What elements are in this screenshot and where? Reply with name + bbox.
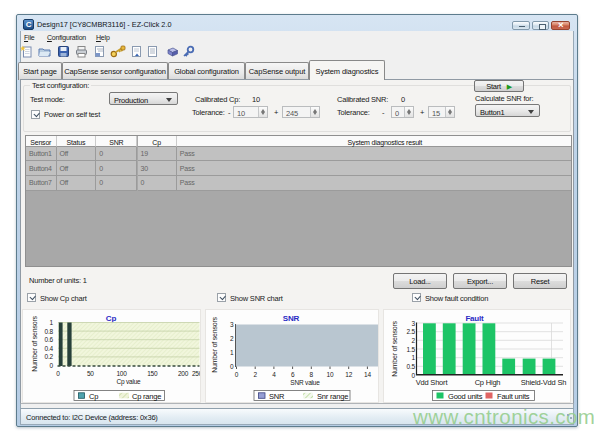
svg-text:3: 3 (230, 321, 234, 328)
svg-text:0.4: 0.4 (45, 345, 54, 352)
svg-text:0: 0 (235, 371, 239, 378)
svg-text:SNR value: SNR value (290, 379, 320, 386)
svg-text:2: 2 (253, 371, 257, 378)
svg-text:Cp High: Cp High (475, 378, 501, 387)
svg-text:12: 12 (345, 371, 352, 378)
svg-text:1: 1 (50, 319, 54, 326)
svg-text:0.6: 0.6 (45, 336, 54, 343)
svg-text:8: 8 (310, 371, 314, 378)
svg-text:0.2: 0.2 (45, 353, 54, 360)
svg-text:150: 150 (147, 370, 158, 377)
svg-text:250: 250 (192, 370, 200, 377)
svg-text:2: 2 (230, 335, 234, 342)
svg-text:2.5: 2.5 (407, 328, 416, 335)
svg-text:Cp: Cp (89, 392, 98, 401)
svg-text:4: 4 (272, 371, 276, 378)
svg-text:0: 0 (56, 370, 60, 377)
svg-text:Cp: Cp (106, 314, 117, 323)
svg-text:Number of sensors: Number of sensors (391, 320, 398, 376)
svg-text:Number of sensors: Number of sensors (211, 316, 218, 372)
svg-text:6: 6 (291, 371, 295, 378)
svg-text:50: 50 (87, 370, 94, 377)
svg-text:1.5: 1.5 (407, 346, 416, 353)
svg-text:SNR: SNR (283, 314, 300, 323)
svg-text:Cp range: Cp range (132, 392, 161, 401)
svg-text:0.8: 0.8 (45, 328, 54, 335)
svg-text:10: 10 (327, 371, 334, 378)
svg-text:Shield-Vdd Sh: Shield-Vdd Sh (521, 378, 566, 387)
svg-text:Number of sensors: Number of sensors (31, 315, 38, 371)
svg-text:14: 14 (364, 371, 371, 378)
svg-text:Vdd Short: Vdd Short (416, 378, 449, 387)
svg-text:0: 0 (230, 363, 234, 370)
svg-text:200: 200 (178, 370, 189, 377)
svg-text:1: 1 (230, 349, 234, 356)
svg-text:Fault units: Fault units (497, 392, 530, 401)
svg-text:100: 100 (116, 370, 127, 377)
svg-text:2: 2 (412, 337, 416, 344)
svg-text:Fault: Fault (465, 314, 484, 323)
svg-text:Snr range: Snr range (317, 392, 348, 401)
svg-text:0: 0 (50, 362, 54, 369)
svg-text:SNR: SNR (269, 392, 285, 401)
svg-text:Good units: Good units (448, 392, 483, 401)
svg-text:0.5: 0.5 (407, 363, 416, 370)
svg-text:Cp value: Cp value (116, 378, 141, 386)
svg-text:3: 3 (412, 320, 416, 327)
svg-text:1: 1 (412, 354, 416, 361)
